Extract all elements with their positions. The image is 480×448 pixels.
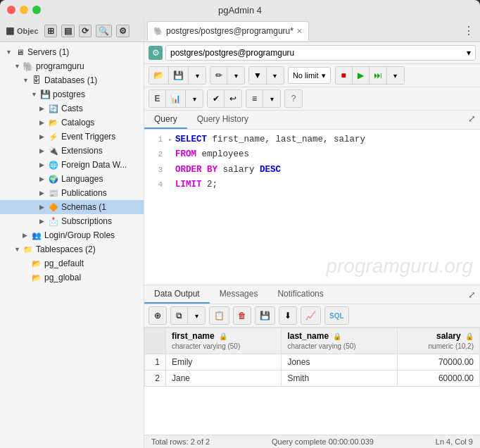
commit-button[interactable]: ✔	[208, 90, 225, 107]
data-expand-icon[interactable]: ⤢	[468, 290, 476, 300]
format-button[interactable]: ≡	[246, 90, 263, 107]
save-button[interactable]: 💾	[169, 67, 189, 84]
subscriptions-label: Subscriptions	[61, 216, 112, 226]
tree-item-pg-default[interactable]: ▶ 📂 pg_default	[0, 256, 144, 270]
query-tabs: Query Query History ⤢	[144, 111, 480, 130]
tree-item-login[interactable]: ▶ 👥 Login/Group Roles	[0, 228, 144, 242]
table-row: 1 Emily Jones 70000.00	[145, 354, 480, 371]
col-header-first-name[interactable]: first_name 🔒 character varying (50)	[166, 328, 282, 354]
cell-salary-1: 70000.00	[397, 354, 479, 371]
filter-dropdown-button[interactable]: ▾	[267, 67, 284, 84]
tree-item-schemas[interactable]: ▶ 🔶 Schemas (1	[0, 200, 144, 214]
tree-item-pg-global[interactable]: ▶ 📂 pg_global	[0, 270, 144, 285]
tree-item-languages[interactable]: ▶ 🌍 Languages	[0, 172, 144, 186]
tree-item-extensions[interactable]: ▶ 🔌 Extensions	[0, 144, 144, 158]
tree-item-casts[interactable]: ▶ 🔄 Casts	[0, 101, 144, 116]
row-num-header	[145, 328, 166, 354]
arrow-icon: ▶	[39, 161, 48, 168]
cell-last-name-1: Jones	[282, 354, 397, 371]
edit-dropdown-button[interactable]: ▾	[227, 67, 244, 84]
query-expand-icon[interactable]: ⤢	[468, 113, 476, 124]
close-button[interactable]	[7, 6, 15, 14]
tree-item-postgres-db[interactable]: ▼ 💾 postgres	[0, 87, 144, 101]
format-dropdown-button[interactable]: ▾	[263, 90, 280, 107]
tree-item-subscriptions[interactable]: ▶ 📩 Subscriptions	[0, 214, 144, 228]
status-bar: Total rows: 2 of 2 Query complete 00:00:…	[144, 435, 480, 448]
connection-type-icon: ⚙	[149, 46, 163, 60]
code-line-4: 4 ▸ LIMIT 2;	[149, 178, 476, 192]
tab-messages[interactable]: Messages	[210, 285, 268, 304]
filter-tools: ▼ ▾	[248, 66, 284, 85]
explain-tools: E 📊 ▾	[149, 89, 203, 108]
stop-button[interactable]: ■	[336, 67, 353, 84]
cell-first-name-2: Jane	[166, 371, 282, 387]
explain-analyze-button[interactable]: 📊	[166, 90, 186, 107]
delete-button[interactable]: 🗑	[234, 307, 251, 324]
data-chart-tools: 📈	[301, 306, 321, 325]
connection-value: postgres/postgres@programguru	[170, 48, 294, 58]
filter-button[interactable]: ▼	[249, 67, 267, 84]
db-icon: 💾	[39, 89, 51, 100]
data-table-wrapper: first_name 🔒 character varying (50) last…	[144, 328, 480, 435]
languages-icon: 🌍	[48, 173, 59, 185]
copy-dropdown-button[interactable]: ▾	[188, 307, 205, 324]
edit-tools: ✏ ▾	[210, 66, 245, 85]
chart-button[interactable]: 📈	[301, 307, 320, 324]
login-label: Login/Group Roles	[44, 230, 115, 240]
tree-container: ▼ 🖥 Servers (1) ▼ 🐘 programguru ▼ 🗄 Data…	[0, 42, 144, 448]
connection-select[interactable]: postgres/postgres@programguru ▾	[165, 45, 476, 61]
row-limit-select[interactable]: No limit ▾	[288, 67, 331, 84]
settings-icon[interactable]: ⚙	[116, 25, 130, 37]
sql-button[interactable]: SQL	[325, 307, 348, 324]
tree-item-tablespaces[interactable]: ▼ 📁 Tablespaces (2)	[0, 242, 144, 256]
arrow-icon: ▶	[39, 175, 48, 182]
maximize-button[interactable]	[32, 6, 41, 14]
tree-item-foreign-data[interactable]: ▶ 🌐 Foreign Data W...	[0, 158, 144, 172]
refresh-icon[interactable]: ⟳	[79, 25, 91, 37]
download-button[interactable]: ⬇	[279, 307, 296, 324]
run-button[interactable]: ▶	[353, 67, 370, 84]
explain-button[interactable]: E	[149, 90, 166, 107]
data-add-tools: ⊕	[149, 306, 167, 325]
transaction-tools: ✔ ↩	[207, 89, 242, 108]
arrow-icon: ▼	[14, 63, 23, 70]
run-tools: ■ ▶ ⏭ ▾	[335, 66, 405, 85]
tab-close-icon[interactable]: ✕	[296, 27, 303, 36]
tab-data-output[interactable]: Data Output	[144, 285, 210, 304]
search-icon[interactable]: 🔍	[96, 25, 112, 37]
code-line-3: 3 ▸ ORDER BY salary DESC	[149, 163, 476, 178]
tab-query[interactable]: Query	[144, 111, 187, 129]
main-tab[interactable]: 🐘 postgres/postgres@programguru* ✕	[147, 21, 309, 41]
data-save-button[interactable]: 💾	[255, 307, 274, 324]
col-header-salary[interactable]: salary 🔒 numeric (10,2)	[397, 328, 479, 354]
tree-item-event-triggers[interactable]: ▶ ⚡ Event Triggers	[0, 130, 144, 144]
query-editor[interactable]: 1 ▸ SELECT first_name, last_name, salary…	[144, 130, 480, 285]
catalogs-label: Catalogs	[61, 118, 94, 127]
run-dropdown-button[interactable]: ▾	[387, 67, 404, 84]
subscriptions-icon: 📩	[48, 216, 59, 227]
save-dropdown-button[interactable]: ▾	[189, 67, 206, 84]
tab-more-icon[interactable]: ⋮	[460, 24, 477, 37]
minimize-button[interactable]	[20, 6, 28, 14]
tree-item-servers[interactable]: ▼ 🖥 Servers (1)	[0, 45, 144, 59]
explain-dropdown-button[interactable]: ▾	[186, 90, 203, 107]
edit-button[interactable]: ✏	[210, 67, 227, 84]
tree-item-publications[interactable]: ▶ 📰 Publications	[0, 186, 144, 200]
run-step-button[interactable]: ⏭	[370, 67, 387, 84]
tab-notifications[interactable]: Notifications	[267, 285, 333, 304]
col-header-last-name[interactable]: last_name 🔒 character varying (50)	[282, 328, 397, 354]
tree-item-programguru[interactable]: ▼ 🐘 programguru	[0, 59, 144, 73]
rollback-button[interactable]: ↩	[225, 90, 241, 107]
window-controls[interactable]	[7, 6, 41, 14]
open-file-button[interactable]: 📂	[149, 67, 169, 84]
add-row-button[interactable]: ⊕	[149, 307, 166, 324]
languages-label: Languages	[61, 174, 103, 184]
paste-button[interactable]: 📋	[210, 307, 229, 324]
tree-item-catalogs[interactable]: ▶ 📂 Catalogs	[0, 116, 144, 130]
tree-item-databases[interactable]: ▼ 🗄 Databases (1)	[0, 73, 144, 87]
arrow-icon: ▶	[39, 119, 48, 126]
tab-query-history[interactable]: Query History	[187, 111, 258, 129]
help-button[interactable]: ?	[285, 90, 302, 107]
copy-button[interactable]: ⧉	[171, 307, 188, 324]
arrow-icon: ▼	[6, 49, 14, 56]
